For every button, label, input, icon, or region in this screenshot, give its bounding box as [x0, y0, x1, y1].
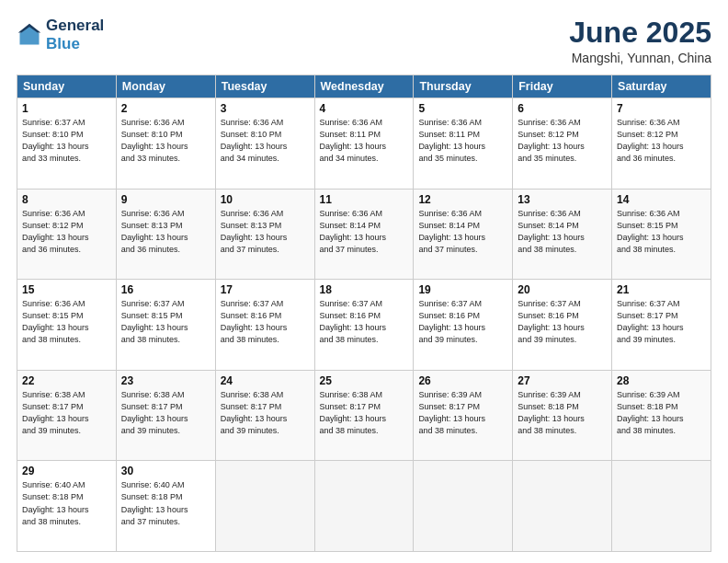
calendar-day-17: 17Sunrise: 6:37 AM Sunset: 8:16 PM Dayli… [215, 280, 314, 371]
day-info: Sunrise: 6:36 AM Sunset: 8:12 PM Dayligh… [518, 117, 607, 165]
col-header-thursday: Thursday [414, 75, 513, 98]
col-header-monday: Monday [116, 75, 215, 98]
day-info: Sunrise: 6:36 AM Sunset: 8:11 PM Dayligh… [320, 117, 409, 165]
day-info: Sunrise: 6:38 AM Sunset: 8:17 PM Dayligh… [22, 389, 111, 437]
day-number: 12 [418, 193, 507, 206]
day-number: 8 [22, 193, 111, 206]
day-number: 28 [617, 374, 706, 387]
calendar-day-28: 28Sunrise: 6:39 AM Sunset: 8:18 PM Dayli… [612, 370, 711, 461]
svg-marker-0 [20, 25, 40, 44]
calendar: SundayMondayTuesdayWednesdayThursdayFrid… [17, 75, 711, 552]
day-info: Sunrise: 6:39 AM Sunset: 8:18 PM Dayligh… [518, 389, 607, 437]
day-info: Sunrise: 6:36 AM Sunset: 8:14 PM Dayligh… [320, 208, 409, 256]
day-info: Sunrise: 6:36 AM Sunset: 8:14 PM Dayligh… [418, 208, 507, 256]
calendar-day-19: 19Sunrise: 6:37 AM Sunset: 8:16 PM Dayli… [414, 280, 513, 371]
calendar-day-29: 29Sunrise: 6:40 AM Sunset: 8:18 PM Dayli… [17, 461, 117, 552]
day-number: 30 [121, 465, 210, 477]
location: Mangshi, Yunnan, China [569, 51, 711, 65]
day-number: 9 [121, 193, 210, 206]
title-section: June 2025 Mangshi, Yunnan, China [569, 17, 711, 65]
calendar-day-22: 22Sunrise: 6:38 AM Sunset: 8:17 PM Dayli… [17, 370, 117, 461]
calendar-day-12: 12Sunrise: 6:36 AM Sunset: 8:14 PM Dayli… [414, 189, 513, 280]
day-number: 24 [221, 374, 310, 387]
calendar-day-23: 23Sunrise: 6:38 AM Sunset: 8:17 PM Dayli… [116, 370, 215, 461]
day-info: Sunrise: 6:36 AM Sunset: 8:10 PM Dayligh… [221, 117, 310, 165]
logo-text: General Blue [46, 17, 104, 52]
calendar-day-4: 4Sunrise: 6:36 AM Sunset: 8:11 PM Daylig… [314, 98, 414, 190]
calendar-day-9: 9Sunrise: 6:36 AM Sunset: 8:13 PM Daylig… [116, 189, 215, 280]
day-number: 1 [22, 102, 111, 115]
day-number: 18 [320, 283, 409, 296]
day-info: Sunrise: 6:38 AM Sunset: 8:17 PM Dayligh… [320, 389, 409, 437]
calendar-day-21: 21Sunrise: 6:37 AM Sunset: 8:17 PM Dayli… [612, 280, 711, 371]
calendar-day-empty-4-2 [215, 461, 314, 552]
day-number: 2 [121, 102, 210, 115]
logo: General Blue [17, 17, 104, 52]
calendar-week-2: 15Sunrise: 6:36 AM Sunset: 8:15 PM Dayli… [17, 280, 711, 371]
calendar-day-6: 6Sunrise: 6:36 AM Sunset: 8:12 PM Daylig… [513, 98, 612, 190]
col-header-saturday: Saturday [612, 75, 711, 98]
calendar-day-14: 14Sunrise: 6:36 AM Sunset: 8:15 PM Dayli… [612, 189, 711, 280]
col-header-sunday: Sunday [17, 75, 117, 98]
calendar-day-8: 8Sunrise: 6:36 AM Sunset: 8:12 PM Daylig… [17, 189, 117, 280]
day-number: 26 [418, 374, 507, 387]
day-number: 5 [418, 102, 507, 115]
day-info: Sunrise: 6:40 AM Sunset: 8:18 PM Dayligh… [22, 479, 111, 527]
day-info: Sunrise: 6:37 AM Sunset: 8:16 PM Dayligh… [320, 298, 409, 346]
day-info: Sunrise: 6:36 AM Sunset: 8:15 PM Dayligh… [617, 208, 706, 256]
calendar-day-7: 7Sunrise: 6:36 AM Sunset: 8:12 PM Daylig… [612, 98, 711, 190]
day-number: 4 [320, 102, 409, 115]
day-number: 19 [418, 283, 507, 296]
day-number: 17 [221, 283, 310, 296]
day-info: Sunrise: 6:36 AM Sunset: 8:13 PM Dayligh… [121, 208, 210, 256]
day-info: Sunrise: 6:36 AM Sunset: 8:12 PM Dayligh… [22, 208, 111, 256]
day-number: 15 [22, 283, 111, 296]
calendar-day-25: 25Sunrise: 6:38 AM Sunset: 8:17 PM Dayli… [314, 370, 414, 461]
calendar-day-empty-4-5 [513, 461, 612, 552]
calendar-week-4: 29Sunrise: 6:40 AM Sunset: 8:18 PM Dayli… [17, 461, 711, 552]
logo-icon [17, 22, 42, 48]
day-info: Sunrise: 6:36 AM Sunset: 8:15 PM Dayligh… [22, 298, 111, 346]
calendar-day-15: 15Sunrise: 6:36 AM Sunset: 8:15 PM Dayli… [17, 280, 117, 371]
calendar-day-11: 11Sunrise: 6:36 AM Sunset: 8:14 PM Dayli… [314, 189, 414, 280]
day-info: Sunrise: 6:37 AM Sunset: 8:16 PM Dayligh… [418, 298, 507, 346]
day-info: Sunrise: 6:38 AM Sunset: 8:17 PM Dayligh… [121, 389, 210, 437]
day-info: Sunrise: 6:36 AM Sunset: 8:10 PM Dayligh… [121, 117, 210, 165]
calendar-day-20: 20Sunrise: 6:37 AM Sunset: 8:16 PM Dayli… [513, 280, 612, 371]
day-info: Sunrise: 6:37 AM Sunset: 8:17 PM Dayligh… [617, 298, 706, 346]
day-number: 11 [320, 193, 409, 206]
calendar-day-24: 24Sunrise: 6:38 AM Sunset: 8:17 PM Dayli… [215, 370, 314, 461]
col-header-wednesday: Wednesday [314, 75, 414, 98]
day-number: 22 [22, 374, 111, 387]
day-info: Sunrise: 6:37 AM Sunset: 8:15 PM Dayligh… [121, 298, 210, 346]
col-header-friday: Friday [513, 75, 612, 98]
calendar-day-3: 3Sunrise: 6:36 AM Sunset: 8:10 PM Daylig… [215, 98, 314, 190]
calendar-day-27: 27Sunrise: 6:39 AM Sunset: 8:18 PM Dayli… [513, 370, 612, 461]
calendar-day-16: 16Sunrise: 6:37 AM Sunset: 8:15 PM Dayli… [116, 280, 215, 371]
day-number: 25 [320, 374, 409, 387]
calendar-day-1: 1Sunrise: 6:37 AM Sunset: 8:10 PM Daylig… [17, 98, 117, 190]
day-number: 3 [221, 102, 310, 115]
day-info: Sunrise: 6:37 AM Sunset: 8:16 PM Dayligh… [221, 298, 310, 346]
calendar-day-2: 2Sunrise: 6:36 AM Sunset: 8:10 PM Daylig… [116, 98, 215, 190]
calendar-day-empty-4-3 [314, 461, 414, 552]
header: General Blue June 2025 Mangshi, Yunnan, … [17, 17, 711, 65]
calendar-day-13: 13Sunrise: 6:36 AM Sunset: 8:14 PM Dayli… [513, 189, 612, 280]
day-info: Sunrise: 6:37 AM Sunset: 8:10 PM Dayligh… [22, 117, 111, 165]
day-number: 13 [518, 193, 607, 206]
page: General Blue June 2025 Mangshi, Yunnan, … [0, 0, 728, 563]
day-info: Sunrise: 6:37 AM Sunset: 8:16 PM Dayligh… [518, 298, 607, 346]
calendar-day-5: 5Sunrise: 6:36 AM Sunset: 8:11 PM Daylig… [414, 98, 513, 190]
day-info: Sunrise: 6:40 AM Sunset: 8:18 PM Dayligh… [121, 479, 210, 527]
day-number: 27 [518, 374, 607, 387]
calendar-week-1: 8Sunrise: 6:36 AM Sunset: 8:12 PM Daylig… [17, 189, 711, 280]
calendar-week-3: 22Sunrise: 6:38 AM Sunset: 8:17 PM Dayli… [17, 370, 711, 461]
day-info: Sunrise: 6:39 AM Sunset: 8:17 PM Dayligh… [418, 389, 507, 437]
day-number: 20 [518, 283, 607, 296]
calendar-day-18: 18Sunrise: 6:37 AM Sunset: 8:16 PM Dayli… [314, 280, 414, 371]
day-number: 23 [121, 374, 210, 387]
day-number: 29 [22, 465, 111, 477]
day-info: Sunrise: 6:36 AM Sunset: 8:11 PM Dayligh… [418, 117, 507, 165]
day-info: Sunrise: 6:38 AM Sunset: 8:17 PM Dayligh… [221, 389, 310, 437]
day-number: 21 [617, 283, 706, 296]
